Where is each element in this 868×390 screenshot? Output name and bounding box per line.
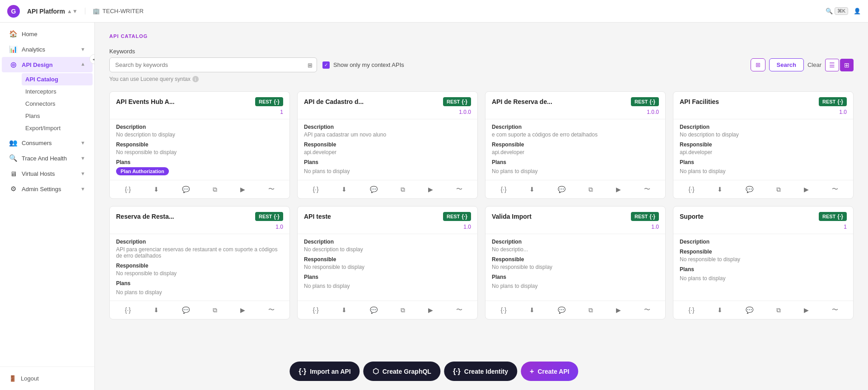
workspace-selector[interactable]: 🏢 TECH-WRITER bbox=[85, 8, 144, 14]
show-my-context-checkbox-wrap[interactable]: ✓ Show only my context APIs bbox=[322, 61, 404, 69]
card-action-copy[interactable]: ⧉ bbox=[210, 184, 219, 195]
card-version: 1.0.0 bbox=[298, 109, 477, 119]
sidebar-item-admin-settings[interactable]: ⚙ Admin Settings ▼ bbox=[2, 181, 93, 197]
card-action-copy[interactable]: ⧉ bbox=[774, 184, 783, 195]
card-action-copy[interactable]: ⧉ bbox=[586, 184, 595, 195]
card-action-deploy[interactable]: ▶ bbox=[614, 305, 623, 315]
responsible-label: Responsible bbox=[680, 141, 847, 148]
card-action-download[interactable]: ⬇ bbox=[339, 305, 349, 315]
sidebar-item-interceptors[interactable]: Interceptors bbox=[22, 85, 93, 98]
consumers-chevron-icon: ▼ bbox=[80, 140, 85, 146]
card-action-copy[interactable]: ⧉ bbox=[774, 305, 783, 315]
sidebar-item-analytics[interactable]: 📊 Analytics ▼ bbox=[2, 42, 93, 57]
sidebar-item-virtual-hosts[interactable]: 🖥 Virtual Hosts ▼ bbox=[2, 166, 93, 181]
card-action-comment[interactable]: 💬 bbox=[555, 184, 568, 194]
card-action-copy[interactable]: ⧉ bbox=[398, 184, 407, 195]
card-action-code[interactable]: {·} bbox=[122, 184, 133, 194]
create-graphql-button[interactable]: ⬡ Create GraphQL bbox=[364, 362, 440, 381]
responsible-label: Responsible bbox=[116, 263, 283, 269]
card-action-deploy[interactable]: ▶ bbox=[238, 305, 247, 315]
card-action-download[interactable]: ⬇ bbox=[715, 305, 725, 315]
sidebar-item-api-design[interactable]: ◎ API Design ▼ bbox=[2, 57, 93, 72]
card-action-code[interactable]: {·} bbox=[686, 305, 696, 315]
user-profile-button[interactable]: 👤 bbox=[854, 8, 861, 14]
card-action-copy[interactable]: ⧉ bbox=[586, 305, 595, 315]
card-header: API teste REST {·} bbox=[298, 207, 477, 224]
clear-button[interactable]: Clear bbox=[807, 61, 821, 68]
card-action-comment[interactable]: 💬 bbox=[180, 305, 192, 315]
card-action-analytics[interactable]: 〜 bbox=[266, 305, 277, 315]
filter-icon-button[interactable]: ⊞ bbox=[308, 61, 313, 68]
sidebar-virtual-hosts-label: Virtual Hosts bbox=[22, 170, 55, 177]
sidebar-item-connectors[interactable]: Connectors bbox=[22, 98, 93, 110]
card-action-analytics[interactable]: 〜 bbox=[642, 305, 653, 315]
advanced-filter-button[interactable]: ⊞ bbox=[751, 58, 765, 71]
card-version: 1.0.0 bbox=[485, 109, 665, 119]
card-action-analytics[interactable]: 〜 bbox=[830, 305, 840, 315]
card-action-copy[interactable]: ⧉ bbox=[398, 305, 407, 315]
topbar: G API Platform ▲▼ 🏢 TECH-WRITER 🔍 ⌘K 👤 bbox=[0, 0, 868, 23]
sidebar-nav: 🏠 Home 📊 Analytics ▼ ◎ API Design ▼ bbox=[0, 23, 94, 367]
filter-actions: ⊞ Search Clear ☰ ⊞ bbox=[751, 58, 854, 71]
analytics-icon: 📊 bbox=[9, 45, 17, 53]
card-action-comment[interactable]: 💬 bbox=[368, 184, 380, 194]
card-action-deploy[interactable]: ▶ bbox=[426, 305, 435, 315]
create-api-button[interactable]: + Create API bbox=[521, 362, 579, 381]
sidebar-item-consumers[interactable]: 👥 Consumers ▼ bbox=[2, 135, 93, 150]
plan-badge[interactable]: Plan Authorization bbox=[116, 167, 169, 175]
keyword-search-input[interactable] bbox=[109, 57, 317, 72]
card-action-analytics[interactable]: 〜 bbox=[830, 184, 840, 195]
card-action-analytics[interactable]: 〜 bbox=[454, 305, 465, 315]
card-action-comment[interactable]: 💬 bbox=[743, 305, 756, 315]
search-button[interactable]: Search bbox=[769, 58, 804, 71]
page-title: API CATALOG bbox=[109, 33, 854, 39]
description-label: Description bbox=[304, 239, 471, 245]
card-action-analytics[interactable]: 〜 bbox=[454, 184, 465, 195]
card-action-deploy[interactable]: ▶ bbox=[238, 184, 247, 194]
card-action-comment[interactable]: 💬 bbox=[180, 184, 192, 194]
card-action-comment[interactable]: 💬 bbox=[368, 305, 380, 315]
responsible-value: api.developer bbox=[680, 149, 847, 155]
global-search-button[interactable]: 🔍 ⌘K bbox=[826, 7, 848, 15]
card-action-code[interactable]: {·} bbox=[686, 184, 696, 194]
card-action-download[interactable]: ⬇ bbox=[527, 305, 537, 315]
card-action-download[interactable]: ⬇ bbox=[151, 184, 161, 194]
sidebar-item-api-catalog[interactable]: API Catalog bbox=[22, 73, 93, 85]
card-action-deploy[interactable]: ▶ bbox=[802, 305, 811, 315]
card-action-analytics[interactable]: 〜 bbox=[642, 184, 653, 195]
card-action-download[interactable]: ⬇ bbox=[715, 184, 725, 194]
sidebar-item-trace-health[interactable]: 🔍 Trace And Health ▼ bbox=[2, 150, 93, 166]
card-action-download[interactable]: ⬇ bbox=[527, 184, 537, 194]
card-action-code[interactable]: {·} bbox=[498, 305, 509, 315]
description-value: No description to display bbox=[304, 246, 471, 253]
sidebar-item-plans[interactable]: Plans bbox=[22, 110, 93, 122]
card-action-deploy[interactable]: ▶ bbox=[426, 184, 435, 194]
card-action-comment[interactable]: 💬 bbox=[555, 305, 568, 315]
sidebar-item-export-import[interactable]: Export/Import bbox=[22, 122, 93, 134]
card-body: Description API para cadastrar um novo a… bbox=[298, 119, 477, 180]
show-my-context-checkbox[interactable]: ✓ bbox=[322, 61, 330, 69]
rest-badge: REST {·} bbox=[443, 212, 471, 221]
card-action-code[interactable]: {·} bbox=[498, 184, 509, 194]
card-action-code[interactable]: {·} bbox=[122, 305, 133, 315]
description-value: API para gerenciar reservas de restauran… bbox=[116, 246, 283, 259]
view-list-button[interactable]: ☰ bbox=[825, 59, 839, 71]
card-action-deploy[interactable]: ▶ bbox=[802, 184, 811, 194]
create-identity-button[interactable]: {·} Create Identity bbox=[444, 362, 517, 381]
sidebar-item-home[interactable]: 🏠 Home bbox=[2, 26, 93, 42]
card-title: Valida Import bbox=[492, 213, 532, 220]
card-action-code[interactable]: {·} bbox=[310, 305, 321, 315]
card-action-comment[interactable]: 💬 bbox=[743, 184, 756, 194]
logout-button[interactable]: 🚪 Logout bbox=[7, 372, 87, 385]
card-action-deploy[interactable]: ▶ bbox=[614, 184, 623, 194]
description-label: Description bbox=[492, 124, 659, 130]
import-api-button[interactable]: {·} Import an API bbox=[289, 362, 359, 381]
card-action-download[interactable]: ⬇ bbox=[339, 184, 349, 194]
card-action-code[interactable]: {·} bbox=[310, 184, 321, 194]
card-action-analytics[interactable]: 〜 bbox=[266, 184, 277, 195]
card-action-copy[interactable]: ⧉ bbox=[210, 305, 219, 315]
view-grid-button[interactable]: ⊞ bbox=[840, 59, 854, 71]
layout: ◀ 🏠 Home 📊 Analytics ▼ ◎ API Design bbox=[0, 23, 868, 390]
card-action-download[interactable]: ⬇ bbox=[151, 305, 161, 315]
sidebar-consumers-label: Consumers bbox=[22, 140, 51, 146]
